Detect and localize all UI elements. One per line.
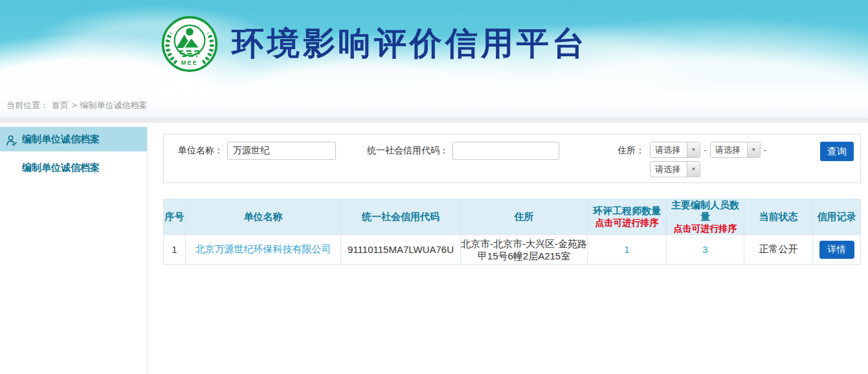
- district-select[interactable]: 请选择 ▼: [650, 161, 700, 177]
- breadcrumb-home-link[interactable]: 首页: [52, 100, 69, 111]
- chevron-down-icon: ▼: [747, 142, 760, 157]
- sort-hint: 点击可进行排序: [667, 223, 744, 234]
- sidebar-item-label: 编制单位诚信档案: [22, 162, 100, 173]
- cell-index: 1: [164, 235, 186, 265]
- sidebar-item-archive[interactable]: 编制单位诚信档案: [0, 158, 147, 177]
- col-index: 序号: [164, 199, 186, 235]
- unit-name-group: 单位名称：: [178, 142, 336, 160]
- breadcrumb-separator: >: [72, 100, 77, 110]
- address-separator: -: [704, 145, 707, 155]
- col-engineer-count-sort[interactable]: 环评工程师数量 点击可进行排序: [588, 199, 667, 235]
- breadcrumb-current: 编制单位诚信档案: [80, 100, 148, 111]
- user-check-icon: [5, 132, 19, 146]
- divider-band: [0, 118, 868, 123]
- credit-code-group: 统一社会信用代码：: [367, 142, 559, 160]
- col-credit-code: 统一社会信用代码: [341, 199, 461, 235]
- unit-name-input[interactable]: [227, 142, 336, 160]
- sidebar-item-archive-group[interactable]: 编制单位诚信档案: [0, 127, 147, 151]
- svg-text:MEE: MEE: [181, 60, 198, 66]
- main-panel: 单位名称： 统一社会信用代码： 住所： 请选择 ▼ -: [148, 123, 868, 374]
- chevron-down-icon: ▼: [687, 142, 700, 157]
- col-staff-count-sort[interactable]: 主要编制人员数量 点击可进行排序: [667, 199, 744, 235]
- mee-logo: MEE: [161, 15, 219, 73]
- address-label: 住所：: [618, 142, 645, 159]
- table-row: 1 北京万源世纪环保科技有限公司 91110115MA7LWUA76U 北京市-…: [164, 235, 861, 265]
- sidebar: 编制单位诚信档案 编制单位诚信档案: [0, 123, 148, 374]
- sort-hint: 点击可进行排序: [588, 217, 666, 228]
- content-area: 编制单位诚信档案 编制单位诚信档案 单位名称： 统一社会信用代码： 住所：: [0, 123, 868, 374]
- staff-count-link[interactable]: 3: [702, 244, 707, 255]
- address-group: 住所： 请选择 ▼ - 请选择 ▼ -: [618, 142, 770, 177]
- search-button[interactable]: 查询: [820, 142, 854, 161]
- site-title: 环境影响评价信用平台: [232, 22, 588, 65]
- search-panel: 单位名称： 统一社会信用代码： 住所： 请选择 ▼ -: [163, 134, 861, 183]
- site-header: MEE 环境影响评价信用平台: [0, 0, 868, 93]
- cell-status: 正常公开: [744, 235, 813, 265]
- province-select[interactable]: 请选择 ▼: [650, 142, 700, 158]
- engineer-count-link[interactable]: 1: [624, 244, 629, 255]
- credit-code-label: 统一社会信用代码：: [367, 145, 449, 157]
- address-separator: -: [764, 145, 767, 155]
- unit-name-label: 单位名称：: [178, 145, 223, 157]
- col-company: 单位名称: [186, 199, 341, 235]
- credit-code-input[interactable]: [452, 142, 559, 160]
- results-table: 序号 单位名称 统一社会信用代码 住所 环评工程师数量 点击可进行排序 主要编制…: [163, 199, 861, 265]
- col-credit-record: 信用记录: [813, 199, 861, 235]
- col-status: 当前状态: [744, 199, 813, 235]
- cell-credit-code: 91110115MA7LWUA76U: [341, 235, 461, 265]
- address-selects: 请选择 ▼ - 请选择 ▼ - 请选择 ▼: [650, 142, 770, 177]
- brand: MEE 环境影响评价信用平台: [161, 15, 588, 73]
- city-select[interactable]: 请选择 ▼: [710, 142, 761, 158]
- col-address: 住所: [461, 199, 588, 235]
- breadcrumb: 当前位置： 首页 > 编制单位诚信档案: [0, 93, 868, 118]
- chevron-down-icon: ▼: [687, 162, 700, 177]
- company-link[interactable]: 北京万源世纪环保科技有限公司: [195, 243, 331, 254]
- detail-button[interactable]: 详情: [819, 241, 854, 259]
- cell-address: 北京市-北京市-大兴区-金苑路甲15号6幢2层A215室: [461, 235, 588, 265]
- breadcrumb-prefix: 当前位置：: [6, 100, 49, 111]
- table-header-row: 序号 单位名称 统一社会信用代码 住所 环评工程师数量 点击可进行排序 主要编制…: [164, 199, 861, 235]
- sidebar-item-label: 编制单位诚信档案: [22, 133, 100, 144]
